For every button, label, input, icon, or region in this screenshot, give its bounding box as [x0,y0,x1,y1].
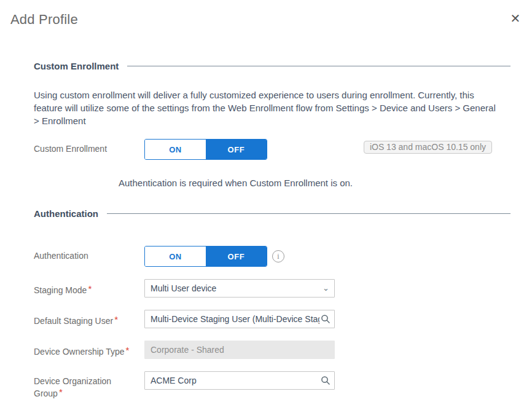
add-profile-dialog: Add Profile ✕ Custom Enrollment Using cu… [0,0,532,418]
page-title: Add Profile [10,12,522,28]
toggle-off-option[interactable]: OFF [206,140,267,159]
device-ownership-type-field-wrap: Corporate - Shared [144,341,335,359]
staging-mode-select[interactable]: Multi User device [144,279,335,298]
device-ownership-type-field: Corporate - Shared [144,341,335,359]
custom-enrollment-toggle[interactable]: ON OFF [144,139,267,160]
device-ownership-type-row: Device Ownership Type* Corporate - Share… [34,341,510,359]
section-rule [127,66,510,66]
default-staging-user-input[interactable] [151,314,319,324]
toggle-off-option[interactable]: OFF [206,246,267,266]
authentication-toggle-row: Authentication ON OFF i [34,246,510,267]
section-heading-authentication: Authentication [34,208,107,219]
device-organization-group-input-wrap [144,371,335,390]
device-organization-group-label: Device Organization Group* [34,371,144,399]
dialog-header: Add Profile [0,0,532,28]
custom-enrollment-description: Using custom enrollment will deliver a f… [34,89,501,127]
required-asterisk: * [88,283,92,294]
device-organization-group-input[interactable] [151,376,319,385]
staging-mode-select-wrap: Multi User device ⌄ [144,279,335,298]
authentication-required-helper-text: Authentication is required when Custom E… [119,178,510,188]
section-heading-custom-enrollment: Custom Enrollment [34,61,127,71]
staging-mode-row: Staging Mode* Multi User device ⌄ [34,279,510,298]
required-asterisk: * [114,314,118,325]
staging-mode-label: Staging Mode* [34,279,144,296]
toggle-on-option[interactable]: ON [145,140,206,159]
close-icon[interactable]: ✕ [509,12,522,26]
section-authentication: Authentication [34,208,510,219]
dialog-content: Custom Enrollment Using custom enrollmen… [0,61,532,399]
section-rule [107,213,510,214]
required-asterisk: * [126,345,130,355]
os-support-badge: iOS 13 and macOS 10.15 only [364,141,492,154]
custom-enrollment-toggle-label: Custom Enrollment [34,139,144,154]
default-staging-user-label: Default Staging User* [34,310,144,326]
default-staging-user-row: Default Staging User* [34,310,510,328]
authentication-toggle[interactable]: ON OFF [144,246,267,267]
info-icon[interactable]: i [272,250,284,262]
device-organization-group-row: Device Organization Group* [34,371,510,399]
required-asterisk: * [59,387,63,397]
section-custom-enrollment: Custom Enrollment [34,61,510,71]
staging-mode-selected-value: Multi User device [151,283,216,293]
device-ownership-type-label: Device Ownership Type* [34,341,144,357]
default-staging-user-input-wrap [144,310,335,328]
authentication-toggle-label: Authentication [34,246,144,261]
toggle-on-option[interactable]: ON [145,246,206,266]
custom-enrollment-toggle-row: Custom Enrollment ON OFF iOS 13 and macO… [34,139,510,160]
device-ownership-type-value: Corporate - Shared [151,345,224,355]
